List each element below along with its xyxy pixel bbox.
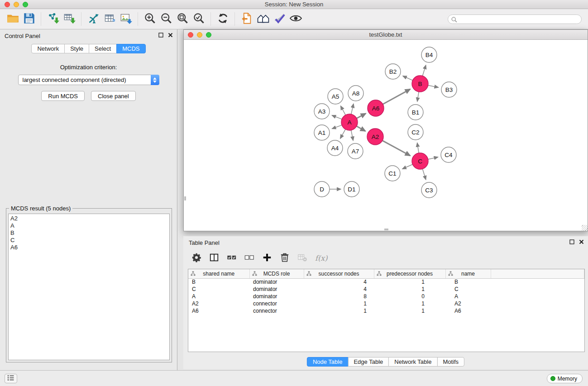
graph-node-B4[interactable]: B4 [421,47,437,62]
graph-node-A[interactable]: A [341,114,358,130]
zoom-selected-button[interactable] [191,11,207,27]
table-cell[interactable]: 4 [304,278,374,286]
table-cell[interactable]: dominator [249,293,304,300]
float-panel-button[interactable] [158,33,164,38]
table-cell[interactable]: A6 [445,307,491,315]
network-window[interactable]: testGlobe.txt B4B2BB3A5A8A6B1A3AC2A1A2A4… [183,29,588,231]
column-header-shared-name[interactable]: shared name [188,269,249,278]
table-cell[interactable]: dominator [249,278,304,286]
result-item[interactable]: A6 [10,244,167,251]
graph-node-C3[interactable]: C3 [421,182,437,198]
table-cell[interactable]: B [188,278,249,286]
graph-edge-A2-C[interactable] [382,141,410,156]
show-hide-button[interactable] [287,11,304,27]
result-item[interactable]: B [10,229,167,237]
zoom-in-button[interactable] [142,11,158,27]
table-cell[interactable]: 1 [304,307,374,315]
graph-node-A1[interactable]: A1 [314,125,330,140]
graph-node-A2[interactable]: A2 [367,129,383,145]
search-input[interactable] [448,15,581,24]
float-table-panel-button[interactable] [569,239,575,245]
table-cell[interactable]: dominator [249,286,304,293]
graph-node-A5[interactable]: A5 [328,89,343,104]
tab-motifs[interactable]: Motifs [437,357,464,367]
tab-mcds[interactable]: MCDS [116,44,145,53]
close-panel-action-button[interactable]: Close panel [91,91,136,101]
result-item[interactable]: C [10,237,167,244]
table-row[interactable]: Cdominator41C [188,286,584,293]
new-table-button[interactable] [101,11,118,27]
graph-edge-A-A8[interactable] [351,104,354,114]
delete-table-button[interactable] [297,253,307,264]
table-cell[interactable]: 4 [304,286,374,293]
column-header-MCDS-role[interactable]: MCDS role [249,269,304,278]
home-button[interactable] [255,11,271,27]
table-cell[interactable]: A [445,293,491,300]
graph-edge-A-A3[interactable] [332,115,342,119]
table-cell[interactable]: 1 [374,307,445,315]
graph-edge-B-B2[interactable] [403,76,413,81]
tab-edge-table[interactable]: Edge Table [348,357,389,367]
close-panel-button[interactable] [167,33,173,38]
graph-node-C[interactable]: C [412,153,428,169]
table-cell[interactable]: A2 [445,300,491,307]
close-window-button[interactable] [5,2,10,7]
graph-node-D1[interactable]: D1 [344,181,359,197]
graph-node-B1[interactable]: B1 [408,105,423,120]
import-network-button[interactable] [45,11,61,27]
table-cell[interactable]: 1 [304,300,374,307]
save-session-button[interactable] [21,11,37,27]
tab-style[interactable]: Style [64,44,89,53]
table-cell[interactable]: C [188,286,249,293]
criterion-dropdown[interactable]: largest connected component (directed) [18,75,159,85]
function-builder-button[interactable]: f(x) [315,254,327,262]
table-cell[interactable]: B [445,278,491,286]
graph-node-A4[interactable]: A4 [327,140,343,156]
table-cell[interactable]: C [445,286,491,293]
graph-edge-B-B1[interactable] [417,92,419,102]
graph-edge-A-A6[interactable] [357,114,366,119]
apply-style-button[interactable] [271,11,287,27]
graph-edge-A6-B[interactable] [383,89,410,104]
import-table-button[interactable] [61,11,77,27]
memory-button[interactable]: Memory [547,374,583,383]
table-cell[interactable]: 1 [374,300,445,307]
graph-edge-A-A2[interactable] [357,126,366,131]
table-row[interactable]: Adominator80A [188,293,584,300]
zoom-fit-button[interactable] [174,11,191,27]
table-cell[interactable]: A6 [188,307,249,315]
graph-node-B3[interactable]: B3 [441,82,457,97]
table-row[interactable]: A6connector11A6 [188,307,584,315]
add-row-button[interactable] [262,253,272,264]
graph-node-C4[interactable]: C4 [441,147,456,162]
tab-network[interactable]: Network [31,44,65,53]
table-cell[interactable]: 1 [374,278,445,286]
graph-node-A6[interactable]: A6 [368,100,384,116]
graph-edge-C-C1[interactable] [402,164,413,169]
task-history-button[interactable] [5,374,17,383]
zoom-window-button[interactable] [23,2,28,7]
table-cell[interactable]: 8 [304,293,374,300]
network-minimize-button[interactable] [197,32,202,38]
network-canvas[interactable]: B4B2BB3A5A8A6B1A3AC2A1A2A4A7CC4C1C3DD1 [184,40,588,231]
graph-edge-B-B3[interactable] [428,86,439,88]
result-item[interactable]: A [10,222,167,229]
tab-node-table[interactable]: Node Table [307,357,349,367]
deselect-all-button[interactable] [244,253,254,264]
export-image-button[interactable] [118,11,134,27]
graph-node-C2[interactable]: C2 [408,124,423,140]
graph-node-D[interactable]: D [314,181,330,197]
table-row[interactable]: A2connector11A2 [188,300,584,307]
open-session-button[interactable] [5,11,21,27]
graph-node-C1[interactable]: C1 [385,166,400,181]
tab-select[interactable]: Select [89,44,117,53]
graph-node-A7[interactable]: A7 [348,143,363,159]
column-header-name[interactable]: name [445,269,491,278]
graph-node-A3[interactable]: A3 [314,104,330,119]
new-network-button[interactable] [85,11,101,27]
insert-column-button[interactable] [209,253,219,264]
graph-edge-B-B4[interactable] [422,65,425,76]
table-settings-button[interactable] [191,253,201,264]
table-row[interactable]: Bdominator41B [188,278,584,286]
graph-node-A8[interactable]: A8 [348,86,363,101]
